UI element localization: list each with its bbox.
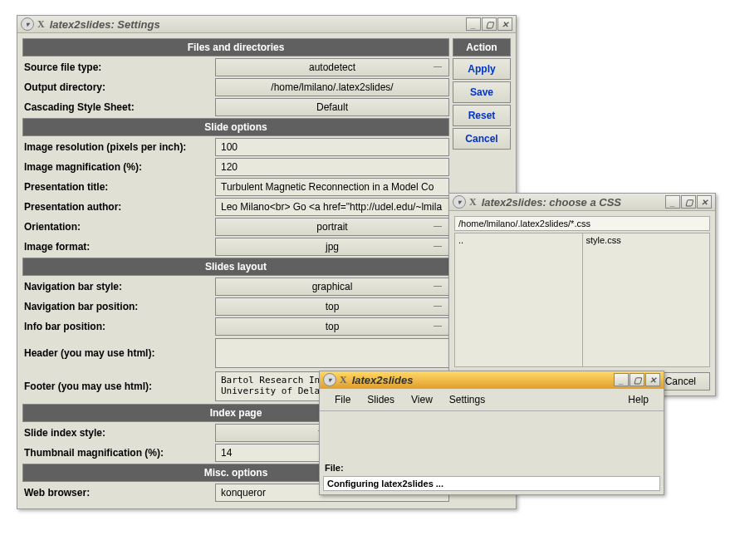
- label-footer-html: Footer (you may use html):: [22, 381, 215, 392]
- section-action: Action: [453, 38, 511, 56]
- minimize-icon[interactable]: _: [614, 373, 629, 386]
- dropdown-info-pos[interactable]: top: [215, 317, 449, 336]
- label-orientation: Orientation:: [22, 221, 215, 233]
- minimize-icon[interactable]: _: [665, 195, 680, 209]
- maximize-icon[interactable]: ▢: [681, 195, 696, 209]
- menu-view[interactable]: View: [403, 392, 441, 407]
- input-pres-author[interactable]: Leo Milano<br> Go <a href="http://udel.e…: [215, 198, 449, 216]
- dropdown-orientation[interactable]: portrait: [215, 218, 449, 236]
- css-path-input[interactable]: /home/lmilano/.latex2slides/*.css: [454, 216, 710, 231]
- save-button[interactable]: Save: [453, 81, 511, 103]
- label-css: Cascading Style Sheet:: [22, 101, 215, 113]
- x-logo-icon: X: [37, 18, 45, 31]
- label-browser: Web browser:: [22, 487, 215, 499]
- label-resolution: Image resolution (pixels per inch):: [22, 141, 215, 153]
- label-source-type: Source file type:: [22, 61, 215, 73]
- label-pres-title: Presentation title:: [22, 181, 215, 193]
- reset-button[interactable]: Reset: [453, 105, 511, 126]
- dropdown-nav-style[interactable]: graphical: [215, 278, 449, 296]
- section-slides-layout: Slides layout: [22, 258, 449, 276]
- file-label: File:: [323, 461, 660, 474]
- input-pres-title[interactable]: Turbulent Magnetic Reconnection in a Mod…: [215, 178, 449, 196]
- dropdown-nav-pos[interactable]: top: [215, 297, 449, 316]
- close-icon[interactable]: ✕: [497, 17, 512, 31]
- x-logo-icon: X: [469, 196, 477, 209]
- app-titlebar[interactable]: ▾ X latex2slides _ ▢ ✕: [320, 371, 664, 389]
- close-icon[interactable]: ✕: [645, 373, 660, 386]
- system-menu-icon[interactable]: ▾: [21, 17, 34, 31]
- button-css[interactable]: Default: [215, 98, 449, 116]
- dropdown-source-type[interactable]: autodetect: [215, 58, 449, 76]
- maximize-icon[interactable]: ▢: [482, 17, 497, 31]
- css-title: latex2slides: choose a CSS: [482, 196, 665, 209]
- menubar: File Slides View Settings Help: [320, 389, 664, 411]
- menu-settings[interactable]: Settings: [441, 392, 493, 407]
- menu-file[interactable]: File: [326, 392, 359, 407]
- file-list-pane[interactable]: style.css: [583, 233, 710, 366]
- maximize-icon[interactable]: ▢: [630, 373, 644, 386]
- dir-list-pane[interactable]: ..: [455, 233, 583, 366]
- label-index-style: Slide index style:: [22, 427, 215, 439]
- label-output-dir: Output directory:: [22, 81, 215, 93]
- dir-parent[interactable]: ..: [458, 235, 463, 245]
- label-pres-author: Presentation author:: [22, 201, 215, 213]
- css-titlebar[interactable]: ▾ X latex2slides: choose a CSS _ ▢ ✕: [449, 194, 715, 211]
- input-resolution[interactable]: 100: [215, 138, 449, 156]
- settings-title: latex2slides: Settings: [50, 18, 466, 31]
- label-header-html: Header (you may use html):: [22, 347, 215, 359]
- input-header-html[interactable]: [215, 338, 449, 368]
- section-files-dirs: Files and directories: [22, 38, 449, 56]
- label-nav-pos: Navigation bar position:: [22, 301, 215, 312]
- dropdown-img-format[interactable]: jpg: [215, 238, 449, 256]
- input-magnification[interactable]: 120: [215, 158, 449, 176]
- x-logo-icon: X: [340, 374, 347, 386]
- app-title: latex2slides: [352, 374, 614, 386]
- status-bar: Configuring latex2slides ...: [323, 476, 660, 491]
- label-magnification: Image magnification (%):: [22, 161, 215, 173]
- settings-titlebar[interactable]: ▾ X latex2slides: Settings _ ▢ ✕: [17, 16, 516, 33]
- section-slide-options: Slide options: [22, 118, 449, 136]
- apply-button[interactable]: Apply: [453, 58, 511, 80]
- label-thumb-mag: Thumbnail magnification (%):: [22, 447, 215, 459]
- cancel-button[interactable]: Cancel: [453, 128, 511, 150]
- file-style-css[interactable]: style.css: [586, 235, 621, 245]
- close-icon[interactable]: ✕: [697, 195, 712, 209]
- file-browser: .. style.css: [454, 233, 710, 367]
- css-chooser-window: ▾ X latex2slides: choose a CSS _ ▢ ✕ /ho…: [448, 193, 716, 396]
- button-output-dir[interactable]: /home/lmilano/.latex2slides/: [215, 78, 449, 96]
- label-info-pos: Info bar position:: [22, 321, 215, 332]
- minimize-icon[interactable]: _: [466, 17, 481, 31]
- label-nav-style: Navigation bar style:: [22, 281, 215, 292]
- system-menu-icon[interactable]: ▾: [323, 373, 336, 386]
- system-menu-icon[interactable]: ▾: [453, 195, 466, 209]
- menu-help[interactable]: Help: [620, 392, 657, 407]
- app-window: ▾ X latex2slides _ ▢ ✕ File Slides View …: [319, 371, 664, 495]
- label-img-format: Image format:: [22, 241, 215, 253]
- menu-slides[interactable]: Slides: [359, 392, 403, 407]
